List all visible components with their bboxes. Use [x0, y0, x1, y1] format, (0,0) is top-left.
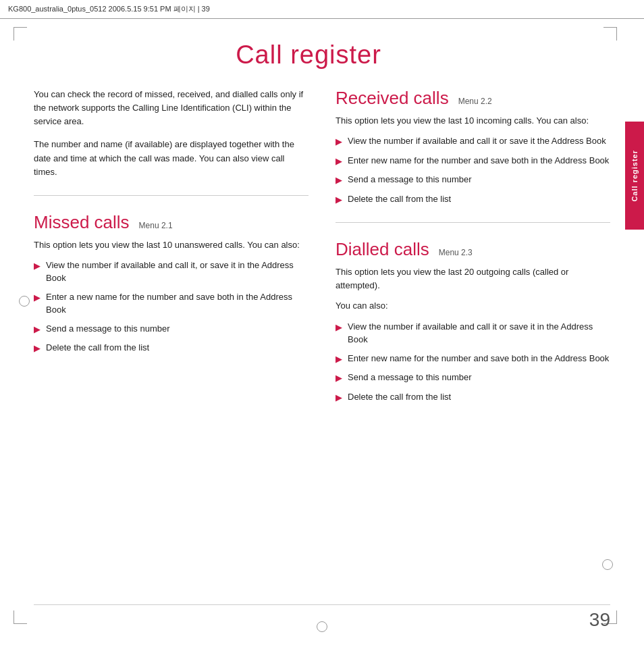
list-item: ▶ Delete the call from the list: [34, 341, 308, 355]
corner-mark-tr: [603, 27, 617, 41]
intro-text: You can check the record of missed, rece…: [34, 88, 308, 179]
bullet-arrow: ▶: [336, 135, 342, 149]
list-item: ▶ Send a message to this number: [336, 371, 610, 385]
received-bullet-1: View the number if available and call it…: [348, 134, 606, 148]
received-calls-heading: Received calls Menu 2.2: [336, 88, 610, 109]
circle-mark-left: [19, 296, 30, 307]
header-text: KG800_australia_0ptus_0512 2006.5.15 9:5…: [8, 4, 210, 14]
bullet-arrow: ▶: [336, 321, 342, 334]
list-item: ▶ Enter a new name for the number and sa…: [34, 290, 308, 317]
list-item: ▶ Delete the call from the list: [336, 390, 610, 405]
received-bullet-2: Enter new name for the number and save b…: [348, 154, 609, 167]
list-item: ▶ View the number if available and call …: [34, 259, 308, 285]
divider-missed: [34, 195, 308, 196]
circle-mark-bottom: [317, 621, 327, 632]
bullet-arrow: ▶: [336, 193, 342, 207]
list-item: ▶ View the number if available and call …: [336, 320, 610, 346]
list-item: ▶ Enter new name for the number and save…: [336, 154, 610, 168]
missed-bullet-1: View the number if available and call it…: [46, 259, 308, 285]
intro-paragraph-2: The number and name (if available) are d…: [34, 138, 308, 178]
received-calls-body: This option lets you view the last 10 in…: [336, 114, 610, 128]
missed-bullet-3: Send a message to this number: [46, 322, 170, 336]
bullet-arrow: ▶: [336, 155, 342, 168]
bullet-arrow: ▶: [34, 342, 41, 355]
page-title: Call register: [0, 41, 617, 70]
received-calls-list: ▶ View the number if available and call …: [336, 134, 610, 206]
content-area: You can check the record of missed, rece…: [34, 81, 610, 597]
received-calls-menu: Menu 2.2: [458, 97, 492, 106]
header-bar: KG800_australia_0ptus_0512 2006.5.15 9:5…: [0, 0, 644, 19]
bullet-arrow: ▶: [34, 259, 41, 273]
page-number: 39: [589, 609, 610, 631]
dialled-calls-list: ▶ View the number if available and call …: [336, 320, 610, 405]
right-column: Received calls Menu 2.2 This option lets…: [336, 81, 610, 597]
received-bullet-4: Delete the call from the list: [348, 192, 451, 206]
missed-calls-menu: Menu 2.1: [139, 221, 173, 230]
dialled-calls-title: Dialled calls: [336, 239, 429, 260]
missed-bullet-4: Delete the call from the list: [46, 341, 149, 355]
left-column: You can check the record of missed, rece…: [34, 81, 308, 597]
list-item: ▶ Delete the call from the list: [336, 192, 610, 207]
missed-calls-title: Missed calls: [34, 212, 130, 233]
corner-mark-tl: [14, 27, 27, 41]
bullet-arrow: ▶: [336, 353, 342, 366]
dialled-calls-heading: Dialled calls Menu 2.3: [336, 239, 610, 260]
dialled-bullet-1: View the number if available and call it…: [348, 320, 610, 346]
corner-mark-bl: [14, 610, 27, 624]
side-tab: Call register: [625, 122, 644, 230]
bullet-arrow: ▶: [34, 291, 41, 305]
missed-calls-heading: Missed calls Menu 2.1: [34, 212, 308, 233]
divider-dialled: [336, 222, 610, 223]
dialled-calls-body2: You can also:: [336, 299, 610, 313]
side-tab-label: Call register: [630, 150, 639, 202]
received-calls-title: Received calls: [336, 88, 449, 109]
list-item: ▶ View the number if available and call …: [336, 134, 610, 149]
list-item: ▶ Enter new name for the number and save…: [336, 352, 610, 366]
intro-paragraph-1: You can check the record of missed, rece…: [34, 88, 308, 128]
missed-calls-list: ▶ View the number if available and call …: [34, 259, 308, 355]
dialled-bullet-4: Delete the call from the list: [348, 390, 451, 404]
dialled-bullet-2: Enter new name for the number and save b…: [348, 352, 609, 365]
dialled-calls-menu: Menu 2.3: [439, 248, 473, 257]
bullet-arrow: ▶: [34, 323, 41, 336]
bullet-arrow: ▶: [336, 371, 342, 385]
missed-calls-body: This option lets you view the last 10 un…: [34, 238, 308, 252]
dialled-calls-body1: This option lets you view the last 20 ou…: [336, 265, 610, 292]
missed-bullet-2: Enter a new name for the number and save…: [46, 290, 308, 317]
list-item: ▶ Send a message to this number: [336, 173, 610, 187]
dialled-bullet-3: Send a message to this number: [348, 371, 472, 384]
received-bullet-3: Send a message to this number: [348, 173, 472, 186]
bullet-arrow: ▶: [336, 174, 342, 187]
list-item: ▶ Send a message to this number: [34, 322, 308, 336]
bullet-arrow: ▶: [336, 391, 342, 405]
bottom-rule: [34, 604, 610, 605]
